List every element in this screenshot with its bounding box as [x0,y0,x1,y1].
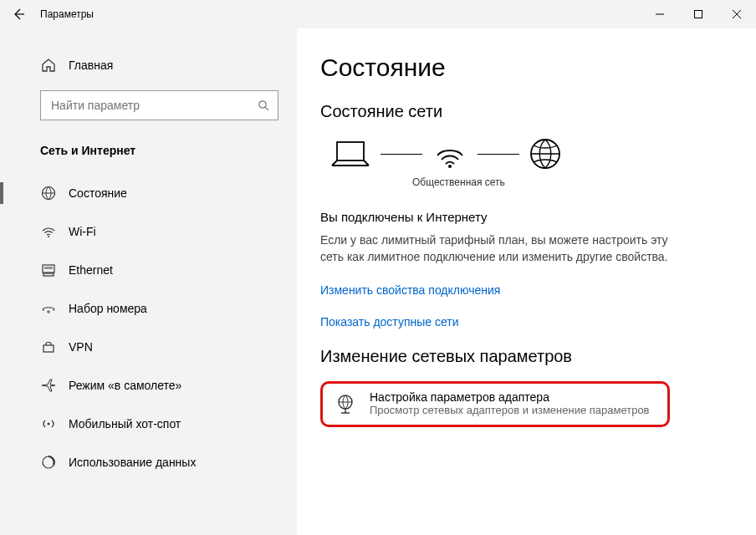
svg-point-6 [48,311,49,313]
nav-ethernet[interactable]: Ethernet [0,251,297,289]
sidebar: Главная Сеть и Интернет Состояние [0,28,297,535]
connected-body: Если у вас лимитный тарифный план, вы мо… [320,232,688,265]
search-box[interactable] [40,90,278,120]
nav-label: Режим «в самолете» [69,379,181,392]
nav-label: Набор номера [69,302,147,315]
nav-label: Состояние [69,186,127,200]
airplane-icon [40,377,57,394]
globe-icon [40,185,57,201]
svg-point-8 [48,423,50,425]
network-caption: Общественная сеть [412,176,723,188]
adapter-subtitle: Просмотр сетевых адаптеров и изменение п… [370,404,650,416]
ethernet-icon [40,262,57,278]
home-icon [40,57,57,74]
nav-wifi[interactable]: Wi-Fi [0,212,297,251]
hotspot-icon [40,415,57,432]
data-usage-icon [40,454,57,471]
nav-label: Мобильный хот-спот [69,417,181,431]
search-icon [258,99,269,111]
maximize-icon [694,10,702,18]
nav-hotspot[interactable]: Мобильный хот-спот [0,405,297,443]
change-connection-properties-link[interactable]: Изменить свойства подключения [320,283,723,297]
nav-status[interactable]: Состояние [0,174,297,212]
home-label: Главная [69,59,113,72]
nav-vpn[interactable]: VPN [0,328,297,366]
nav-label: VPN [69,340,93,354]
nav-list: Состояние Wi-Fi Ethernet [0,174,297,482]
svg-rect-5 [43,273,54,276]
minimize-icon [656,10,664,18]
nav-dialup[interactable]: Набор номера [0,289,297,328]
nav-airplane[interactable]: Режим «в самолете» [0,366,297,405]
svg-point-3 [48,236,49,237]
show-available-networks-link[interactable]: Показать доступные сети [320,315,723,329]
close-button[interactable] [718,0,756,28]
wifi-icon [40,223,57,240]
dialup-icon [40,300,57,317]
nav-label: Использование данных [69,456,196,469]
wifi-router-icon [431,137,469,171]
search-input[interactable] [49,98,220,113]
network-diagram [329,136,723,171]
window-title: Параметры [37,8,94,20]
title-bar: Параметры [0,0,756,28]
network-status-header: Состояние сети [320,102,723,121]
maximize-button[interactable] [679,0,718,28]
nav-data-usage[interactable]: Использование данных [0,443,297,482]
section-header: Сеть и Интернет [0,120,297,166]
adapter-title: Настройка параметров адаптера [370,390,650,404]
change-network-settings-header: Изменение сетевых параметров [320,347,723,366]
connector-line [381,154,422,155]
nav-label: Ethernet [69,263,113,277]
adapter-icon [335,393,356,415]
close-icon [733,10,741,18]
svg-rect-0 [695,11,702,18]
internet-globe-icon [528,136,563,171]
adapter-settings-item[interactable]: Настройка параметров адаптера Просмотр с… [320,381,670,427]
minimize-button[interactable] [641,0,679,28]
content-area: Состояние Состояние сети Общественная се… [297,28,756,535]
laptop-icon [329,137,372,171]
page-title: Состояние [320,54,723,82]
back-button[interactable] [0,0,37,28]
arrow-left-icon [12,8,25,21]
svg-rect-10 [337,142,364,160]
svg-rect-7 [43,345,54,352]
connector-line [478,154,519,155]
connected-heading: Вы подключены к Интернету [320,210,723,224]
nav-label: Wi-Fi [69,225,96,238]
vpn-icon [40,339,57,355]
svg-point-1 [259,101,266,108]
svg-point-11 [448,165,452,168]
home-link[interactable]: Главная [0,48,297,82]
